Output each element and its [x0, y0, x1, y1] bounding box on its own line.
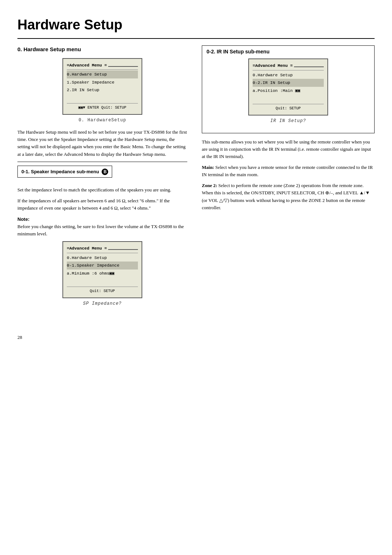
lcd1-row-1: 1.Speaker Impedance [67, 78, 138, 86]
lcd3-row-0: 0.Hardware Setup [253, 71, 324, 79]
left-column: 0. Hardware Setup menu =Advanced Menu = … [17, 45, 190, 312]
lcd3-header: =Advanced Menu = [253, 62, 324, 70]
lcd2-row-2: a.Minimum :6 ohms▣▣ [67, 270, 138, 278]
lcd3-row-3 [253, 94, 324, 102]
lcd-screen-3: =Advanced Menu = 0.Hardware Setup 0-2.IR… [248, 58, 328, 116]
lcd1-header: =Advanced Menu = [67, 62, 138, 70]
lcd3-row-2: a.Position :Main ▣▣ [253, 87, 324, 95]
lcd1-row-2: 2.IR IN Setup [67, 86, 138, 94]
ir-text-zone2: Zone 2: Select to perform the remote zon… [202, 182, 375, 211]
lcd2-row-0: 0.Hardware Setup [67, 254, 138, 262]
ir-text1: This sub-menu allows you to set where yo… [202, 138, 375, 160]
ir-in-section: 0-2. IR IN Setup sub-menu =Advanced Menu… [202, 45, 375, 133]
page-footer: 28 [17, 334, 375, 341]
lcd2-footer: Quit: SETUP [67, 287, 138, 295]
badge-b: B [102, 169, 108, 175]
lcd2-label: SP Impedance? [17, 300, 187, 307]
lcd1-row-3 [67, 94, 138, 102]
lcd2-header: =Advanced Menu = [67, 245, 138, 253]
lcd3-label: IR IN Setup? [207, 118, 370, 124]
page-title: Hardware Setup [17, 15, 375, 39]
note-text: Before you change this setting, be sure … [17, 224, 184, 236]
ir-in-texts: This sub-menu allows you to set where yo… [202, 138, 375, 211]
note-section: Note: Before you change this setting, be… [17, 216, 187, 238]
lcd3-footer: Quit: SETUP [253, 104, 324, 112]
subsection1-text1: Set the impedance level to match the spe… [17, 186, 187, 194]
section-heading-ir: 0-2. IR IN Setup sub-menu [207, 48, 370, 56]
lcd1-row-0: 0.Hardware Setup [67, 70, 138, 78]
divider-1 [17, 162, 187, 162]
lcd2-row-1: 0-1.Speaker Impedance [67, 262, 138, 270]
right-column: 0-2. IR IN Setup sub-menu =Advanced Menu… [202, 45, 375, 312]
ir-main-text: Select when you have a remote sensor for… [202, 165, 373, 177]
lcd3-row-1: 0-2.IR IN Setup [253, 79, 324, 87]
lcd1-footer: ▣▣▼ ENTER Quit: SETUP [67, 103, 138, 111]
subsection-speaker-impedance: 0-1. Speaker Impedance sub-menu B [17, 166, 187, 183]
lcd-screen-2: =Advanced Menu = 0.Hardware Setup 0-1.Sp… [62, 241, 142, 298]
intro-text: The Hardware Setup menu will need to be … [17, 129, 187, 158]
page-number: 28 [17, 335, 22, 340]
lcd2-row-3 [67, 277, 138, 285]
subsection1-text2: If the impedances of all speakers are be… [17, 197, 187, 212]
section-heading-hardware: 0. Hardware Setup menu [17, 45, 187, 54]
ir-text-main: Main: Select when you have a remote sens… [202, 164, 375, 178]
subsection1-heading: 0-1. Speaker Impedance sub-menu B [17, 166, 112, 178]
ir-zone2-text: Select to perform the remote zone (Zone … [202, 183, 370, 210]
lcd1-label: 0. HardwareSetup [17, 117, 187, 123]
ir-zone2-label: Zone 2: [202, 183, 217, 188]
lcd-screen-1: =Advanced Menu = 0.Hardware Setup 1.Spea… [62, 58, 142, 115]
ir-main-label: Main: [202, 165, 214, 170]
note-label: Note: [17, 216, 29, 222]
